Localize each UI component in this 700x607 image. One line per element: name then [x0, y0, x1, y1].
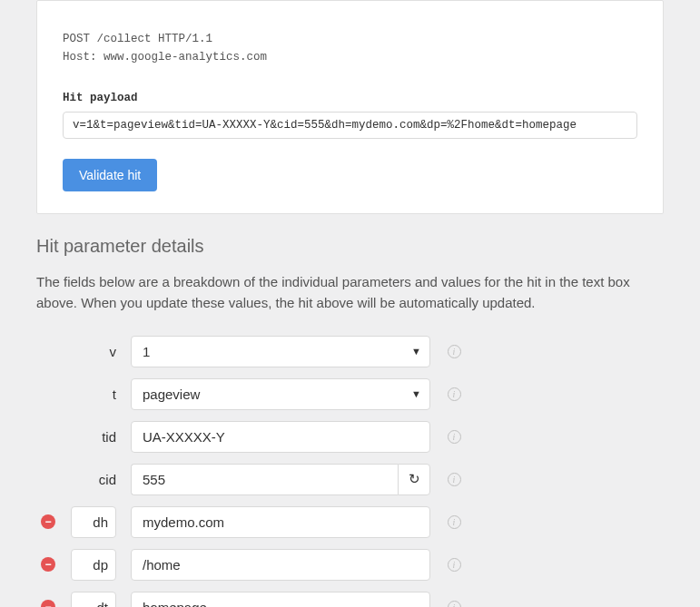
- info-icon[interactable]: i: [448, 387, 461, 401]
- param-row-t: t pageview ▼ i: [36, 378, 664, 410]
- payload-input[interactable]: [63, 112, 637, 139]
- param-key-tid: tid: [102, 429, 116, 445]
- param-key-dh[interactable]: [71, 506, 116, 538]
- info-icon[interactable]: i: [448, 345, 461, 358]
- param-row-dt: − i: [36, 592, 664, 608]
- info-icon[interactable]: i: [448, 601, 461, 608]
- param-row-cid: cid ↻ i: [36, 464, 664, 495]
- request-line-2: Host: www.google-analytics.com: [63, 51, 267, 64]
- param-value-v[interactable]: 1: [131, 336, 430, 367]
- cid-refresh-button[interactable]: ↻: [398, 464, 430, 495]
- info-icon[interactable]: i: [448, 558, 461, 572]
- info-icon[interactable]: i: [448, 473, 461, 486]
- refresh-icon: ↻: [409, 471, 420, 487]
- request-line-1: POST /collect HTTP/1.1: [63, 33, 212, 45]
- info-icon[interactable]: i: [448, 515, 461, 529]
- param-value-dh[interactable]: [131, 506, 430, 538]
- minus-icon: −: [44, 602, 51, 607]
- param-row-dh: − i: [36, 506, 664, 538]
- param-row-dp: − i: [36, 549, 664, 581]
- minus-icon: −: [44, 516, 51, 527]
- param-key-dp[interactable]: [71, 549, 116, 581]
- remove-param-button[interactable]: −: [41, 514, 55, 529]
- param-value-tid[interactable]: [131, 421, 430, 453]
- request-lines: POST /collect HTTP/1.1 Host: www.google-…: [63, 30, 637, 66]
- details-desc: The fields below are a breakdown of the …: [36, 271, 664, 314]
- param-value-dp[interactable]: [131, 549, 430, 581]
- param-key-cid: cid: [99, 472, 116, 487]
- payload-label: Hit payload: [63, 92, 637, 104]
- param-key-v: v: [110, 344, 117, 359]
- param-row-v: v 1 ▼ i: [36, 336, 664, 367]
- param-value-t[interactable]: pageview: [131, 378, 430, 410]
- info-icon[interactable]: i: [448, 430, 461, 444]
- remove-param-button[interactable]: −: [41, 600, 55, 607]
- param-row-tid: tid i: [36, 421, 664, 453]
- details-title: Hit parameter details: [36, 236, 664, 257]
- param-key-t: t: [113, 387, 116, 402]
- minus-icon: −: [44, 559, 51, 570]
- remove-param-button[interactable]: −: [41, 557, 55, 572]
- param-value-dt[interactable]: [131, 592, 430, 608]
- validate-hit-button[interactable]: Validate hit: [63, 159, 157, 191]
- hit-card: POST /collect HTTP/1.1 Host: www.google-…: [36, 0, 664, 214]
- param-value-cid[interactable]: [131, 464, 398, 495]
- param-key-dt[interactable]: [71, 592, 116, 608]
